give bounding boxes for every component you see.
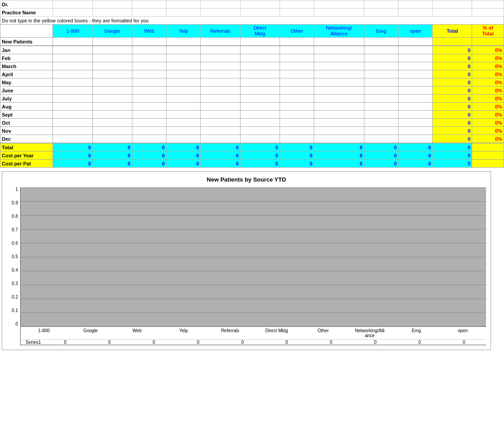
data-cell-aug-col2[interactable] xyxy=(132,103,166,111)
data-cell-dec-col5[interactable] xyxy=(240,135,280,143)
data-cell-dec-col2[interactable] xyxy=(132,135,166,143)
summary-cell-1-9[interactable]: 0 xyxy=(398,152,432,160)
data-cell-july-col5[interactable] xyxy=(240,95,280,103)
data-cell-march-col3[interactable] xyxy=(167,62,201,70)
data-cell-jan-col4[interactable] xyxy=(201,46,240,54)
data-cell-march-col0[interactable] xyxy=(53,62,92,70)
data-cell-june-col2[interactable] xyxy=(132,87,166,95)
dr-value[interactable] xyxy=(53,0,92,9)
data-cell-march-col8[interactable] xyxy=(364,62,398,70)
data-cell-jan-col8[interactable] xyxy=(364,46,398,54)
data-cell-may-col5[interactable] xyxy=(240,78,280,87)
data-cell-aug-col4[interactable] xyxy=(201,103,240,111)
summary-cell-1-1[interactable]: 0 xyxy=(92,152,132,160)
data-cell-july-col2[interactable] xyxy=(132,95,166,103)
summary-cell-0-0[interactable]: 0 xyxy=(53,143,92,152)
data-cell-april-col1[interactable] xyxy=(92,70,132,78)
summary-cell-1-0[interactable]: 0 xyxy=(53,152,92,160)
data-cell-sept-col5[interactable] xyxy=(240,111,280,119)
data-cell-nov-col9[interactable] xyxy=(398,127,432,135)
data-cell-jan-col5[interactable] xyxy=(240,46,280,54)
data-cell-feb-col1[interactable] xyxy=(92,54,132,62)
data-cell-march-col2[interactable] xyxy=(132,62,166,70)
data-cell-sept-col6[interactable] xyxy=(280,111,314,119)
data-cell-march-col6[interactable] xyxy=(280,62,314,70)
data-cell-april-col9[interactable] xyxy=(398,70,432,78)
data-cell-sept-col0[interactable] xyxy=(53,111,92,119)
summary-cell-1-8[interactable]: 0 xyxy=(364,152,398,160)
data-cell-may-col6[interactable] xyxy=(280,78,314,87)
summary-cell-2-4[interactable]: 0 xyxy=(201,160,240,168)
data-cell-nov-col1[interactable] xyxy=(92,127,132,135)
data-cell-march-col4[interactable] xyxy=(201,62,240,70)
summary-cell-2-9[interactable]: 0 xyxy=(398,160,432,168)
data-cell-oct-col5[interactable] xyxy=(240,119,280,127)
data-cell-sept-col4[interactable] xyxy=(201,111,240,119)
data-cell-dec-col6[interactable] xyxy=(280,135,314,143)
data-cell-july-col9[interactable] xyxy=(398,95,432,103)
data-cell-aug-col7[interactable] xyxy=(314,103,364,111)
summary-cell-2-1[interactable]: 0 xyxy=(92,160,132,168)
data-cell-april-col5[interactable] xyxy=(240,70,280,78)
summary-cell-2-2[interactable]: 0 xyxy=(132,160,166,168)
data-cell-feb-col9[interactable] xyxy=(398,54,432,62)
data-cell-july-col7[interactable] xyxy=(314,95,364,103)
data-cell-june-col3[interactable] xyxy=(167,87,201,95)
data-cell-oct-col6[interactable] xyxy=(280,119,314,127)
data-cell-march-col9[interactable] xyxy=(398,62,432,70)
data-cell-dec-col7[interactable] xyxy=(314,135,364,143)
summary-cell-0-5[interactable]: 0 xyxy=(240,143,280,152)
data-cell-july-col0[interactable] xyxy=(53,95,92,103)
summary-cell-0-4[interactable]: 0 xyxy=(201,143,240,152)
data-cell-nov-col6[interactable] xyxy=(280,127,314,135)
summary-cell-0-1[interactable]: 0 xyxy=(92,143,132,152)
data-cell-aug-col8[interactable] xyxy=(364,103,398,111)
data-cell-may-col3[interactable] xyxy=(167,78,201,87)
data-cell-april-col6[interactable] xyxy=(280,70,314,78)
data-cell-july-col3[interactable] xyxy=(167,95,201,103)
data-cell-sept-col8[interactable] xyxy=(364,111,398,119)
data-cell-nov-col5[interactable] xyxy=(240,127,280,135)
summary-cell-0-8[interactable]: 0 xyxy=(364,143,398,152)
data-cell-may-col8[interactable] xyxy=(364,78,398,87)
data-cell-may-col2[interactable] xyxy=(132,78,166,87)
data-cell-june-col7[interactable] xyxy=(314,87,364,95)
data-cell-july-col8[interactable] xyxy=(364,95,398,103)
data-cell-oct-col4[interactable] xyxy=(201,119,240,127)
data-cell-june-col6[interactable] xyxy=(280,87,314,95)
practice-value[interactable] xyxy=(53,9,92,17)
data-cell-sept-col1[interactable] xyxy=(92,111,132,119)
data-cell-oct-col2[interactable] xyxy=(132,119,166,127)
data-cell-oct-col1[interactable] xyxy=(92,119,132,127)
data-cell-nov-col4[interactable] xyxy=(201,127,240,135)
data-cell-july-col6[interactable] xyxy=(280,95,314,103)
data-cell-oct-col9[interactable] xyxy=(398,119,432,127)
data-cell-may-col1[interactable] xyxy=(92,78,132,87)
data-cell-april-col8[interactable] xyxy=(364,70,398,78)
summary-cell-2-7[interactable]: 0 xyxy=(314,160,364,168)
data-cell-feb-col8[interactable] xyxy=(364,54,398,62)
data-cell-june-col5[interactable] xyxy=(240,87,280,95)
data-cell-jan-col3[interactable] xyxy=(167,46,201,54)
summary-cell-2-0[interactable]: 0 xyxy=(53,160,92,168)
data-cell-aug-col3[interactable] xyxy=(167,103,201,111)
data-cell-oct-col3[interactable] xyxy=(167,119,201,127)
data-cell-june-col0[interactable] xyxy=(53,87,92,95)
data-cell-feb-col3[interactable] xyxy=(167,54,201,62)
summary-cell-2-6[interactable]: 0 xyxy=(280,160,314,168)
data-cell-dec-col3[interactable] xyxy=(167,135,201,143)
data-cell-sept-col2[interactable] xyxy=(132,111,166,119)
summary-cell-1-4[interactable]: 0 xyxy=(201,152,240,160)
data-cell-march-col7[interactable] xyxy=(314,62,364,70)
data-cell-may-col4[interactable] xyxy=(201,78,240,87)
summary-cell-2-8[interactable]: 0 xyxy=(364,160,398,168)
data-cell-nov-col7[interactable] xyxy=(314,127,364,135)
summary-cell-1-6[interactable]: 0 xyxy=(280,152,314,160)
data-cell-dec-col1[interactable] xyxy=(92,135,132,143)
data-cell-april-col4[interactable] xyxy=(201,70,240,78)
data-cell-aug-col1[interactable] xyxy=(92,103,132,111)
data-cell-aug-col0[interactable] xyxy=(53,103,92,111)
data-cell-feb-col5[interactable] xyxy=(240,54,280,62)
data-cell-july-col4[interactable] xyxy=(201,95,240,103)
summary-cell-0-6[interactable]: 0 xyxy=(280,143,314,152)
